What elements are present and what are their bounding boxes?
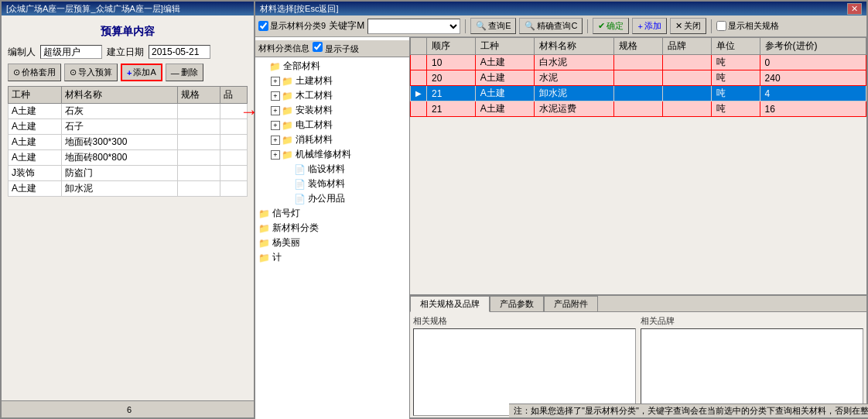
- tree-item[interactable]: +📁消耗材料: [255, 132, 409, 147]
- table-cell: 240: [760, 70, 866, 86]
- table-row[interactable]: A土建卸水泥: [9, 181, 248, 197]
- search-button[interactable]: 🔍 查询E: [470, 18, 516, 34]
- tree-item-label: 消耗材料: [296, 133, 333, 146]
- table-cell: 水泥运费: [535, 101, 614, 117]
- close-button[interactable]: ✕ 关闭: [670, 18, 706, 34]
- keyword-select[interactable]: [367, 19, 460, 34]
- show-sub-label[interactable]: 显示子级: [313, 42, 359, 55]
- tree-item[interactable]: 📄办公用品: [255, 191, 409, 206]
- row-indicator: [411, 101, 427, 117]
- status-bar: 注：如果您选择了"显示材料分类"，关键字查询会在当前选中的分类下查询相关材料，否…: [509, 404, 868, 417]
- import-budget-button[interactable]: ⊙ 导入预算: [64, 64, 118, 81]
- tab-product-params[interactable]: 产品参数: [490, 296, 544, 311]
- table-cell: 20: [427, 70, 476, 86]
- show-category-label[interactable]: 显示材料分类9: [258, 20, 326, 32]
- right-body: 材料分类信息 显示子级 📁全部材料+📁土建材料+📁木工材料+📁安装材料+📁电工材…: [255, 37, 866, 419]
- add-button[interactable]: + 添加: [632, 18, 666, 34]
- tree-item[interactable]: +📁土建材料: [255, 74, 409, 88]
- folder-icon: 📄: [294, 194, 306, 204]
- row-indicator: ▶: [411, 86, 427, 101]
- confirm-icon: ✔: [598, 21, 605, 31]
- table-cell: 石子: [61, 119, 177, 135]
- tree-item[interactable]: +📁木工材料: [255, 88, 409, 103]
- close-icon[interactable]: ✕: [847, 3, 862, 15]
- tree-item[interactable]: 📁计: [255, 250, 409, 265]
- tree-item-label: 装饰材料: [308, 177, 345, 191]
- table-cell: A土建: [9, 119, 62, 135]
- tab-related-specs[interactable]: 相关规格及品牌: [410, 296, 490, 312]
- show-related-label[interactable]: 显示相关规格: [716, 20, 779, 32]
- date-input[interactable]: [149, 45, 210, 59]
- tree-item[interactable]: 📁信号灯: [255, 206, 409, 221]
- table-row[interactable]: 20A土建水泥吨240: [411, 70, 866, 86]
- close-x-icon: ✕: [675, 21, 682, 31]
- tree-item[interactable]: +📁机械维修材料: [255, 147, 409, 162]
- table-cell: 10: [427, 55, 476, 70]
- bottom-panel: 相关规格及品牌 产品参数 产品附件 相关规格 相关品牌: [410, 295, 866, 419]
- table-cell: [177, 150, 220, 166]
- table-cell: 吨: [711, 101, 760, 117]
- table-row[interactable]: 21A土建水泥运费吨16: [411, 101, 866, 117]
- left-status-text: 6: [127, 405, 132, 414]
- search-icon: 🔍: [476, 21, 487, 31]
- price-icon: ⊙: [13, 67, 20, 77]
- add-a-button[interactable]: + 添加A: [121, 64, 162, 81]
- tab-product-attachments[interactable]: 产品附件: [544, 296, 598, 311]
- folder-icon: 📁: [258, 208, 270, 219]
- folder-icon: 📁: [282, 76, 293, 87]
- tree-item[interactable]: 📁杨美丽: [255, 235, 409, 250]
- table-cell: [177, 181, 220, 197]
- confirm-button[interactable]: ✔ 确定: [593, 18, 629, 34]
- table-cell: 4: [760, 86, 866, 101]
- tree-item[interactable]: +📁安装材料: [255, 103, 409, 118]
- table-cell: 水泥: [535, 70, 614, 86]
- data-table: 顺序 工种 材料名称 规格 品牌 单位 参考价(进价) 10A土建白水泥吨020…: [410, 37, 866, 117]
- table-row[interactable]: ▶21A土建卸水泥吨4: [411, 86, 866, 101]
- table-cell: [614, 70, 663, 86]
- left-title-bar: [众城广场A座一层预算_众城广场A座一层]编辑: [2, 2, 254, 15]
- delete-button[interactable]: — 删除: [166, 64, 203, 81]
- show-sub-checkbox[interactable]: [313, 42, 323, 52]
- tree-item-label: 杨美丽: [272, 236, 300, 249]
- tree-item-label: 临设材料: [308, 163, 345, 176]
- tree-item[interactable]: +📁电工材料: [255, 118, 409, 132]
- table-row[interactable]: A土建地面砖300*300: [9, 135, 248, 150]
- show-category-text: 显示材料分类9: [270, 20, 326, 32]
- left-table: 工种 材料名称 规格 品 A土建石灰A土建石子A土建地面砖300*300A土建地…: [8, 86, 248, 197]
- col-price: 参考价(进价): [760, 38, 866, 55]
- table-row[interactable]: A土建地面砖800*800: [9, 150, 248, 166]
- toolbar-sep-3: [711, 19, 712, 33]
- show-related-text: 显示相关规格: [728, 20, 779, 32]
- editor-input[interactable]: [40, 45, 102, 59]
- tree-item-label: 办公用品: [308, 192, 345, 205]
- left-status-bar: 6: [2, 400, 257, 417]
- table-cell: [220, 135, 247, 150]
- add-icon: +: [127, 68, 132, 77]
- table-row[interactable]: 10A土建白水泥吨0: [411, 55, 866, 70]
- table-cell: J装饰: [9, 166, 62, 181]
- expand-icon[interactable]: +: [271, 91, 280, 101]
- show-category-checkbox[interactable]: [258, 21, 268, 31]
- left-toolbar: ⊙ 价格套用 ⊙ 导入预算 + 添加A — 删除: [8, 64, 248, 81]
- data-area: 顺序 工种 材料名称 规格 品牌 单位 参考价(进价) 10A土建白水泥吨020…: [410, 37, 866, 419]
- price-apply-button[interactable]: ⊙ 价格套用: [8, 64, 61, 81]
- tree-item-label: 木工材料: [296, 89, 333, 102]
- table-row[interactable]: A土建石灰: [9, 104, 248, 119]
- expand-icon[interactable]: +: [271, 106, 280, 115]
- tree-item[interactable]: 📄装饰材料: [255, 177, 409, 191]
- tree-item[interactable]: 📄临设材料: [255, 162, 409, 177]
- show-related-checkbox[interactable]: [716, 21, 726, 31]
- expand-icon[interactable]: +: [271, 121, 280, 130]
- tree-item[interactable]: 📁全部材料: [255, 59, 409, 74]
- table-row[interactable]: J装饰防盗门: [9, 166, 248, 181]
- tree-item[interactable]: 📁新材料分类: [255, 221, 409, 235]
- table-cell: 吨: [711, 86, 760, 101]
- expand-icon[interactable]: +: [271, 150, 280, 160]
- table-row[interactable]: A土建石子: [9, 119, 248, 135]
- add-label: 添加: [644, 20, 661, 32]
- expand-icon[interactable]: +: [271, 136, 280, 145]
- left-title-text: [众城广场A座一层预算_众城广场A座一层]编辑: [6, 3, 180, 15]
- precise-search-button[interactable]: 🔍 精确查询C: [519, 18, 583, 34]
- data-table-wrapper: 顺序 工种 材料名称 规格 品牌 单位 参考价(进价) 10A土建白水泥吨020…: [410, 37, 866, 295]
- expand-icon[interactable]: +: [271, 77, 280, 86]
